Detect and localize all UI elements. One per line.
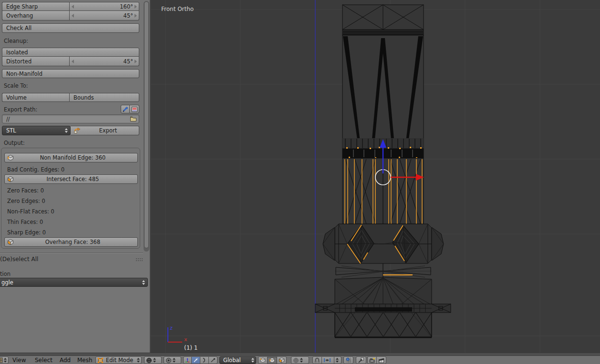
increment-arrow-icon[interactable]	[134, 5, 137, 9]
eyedropper-button[interactable]	[121, 105, 130, 113]
cube-face-icon	[7, 239, 14, 245]
snap-increment-icon	[323, 357, 331, 363]
dropdown-arrows-icon	[173, 358, 176, 363]
pivot-point-dropdown[interactable]	[164, 356, 181, 364]
editor-type-icon	[0, 357, 3, 363]
screenshot-icon	[131, 106, 138, 112]
export-format-dropdown[interactable]: STL	[2, 126, 71, 135]
export-path-field[interactable]: //	[2, 114, 139, 123]
select-intersect-faces-button[interactable]: Intersect Face: 485	[4, 174, 138, 184]
scale-icon	[210, 357, 216, 363]
translate-arrow-icon	[193, 357, 198, 363]
manipulator-scale-button[interactable]	[209, 356, 217, 364]
edit-mode-icon	[97, 357, 103, 364]
check-all-label: Check All	[6, 25, 31, 31]
select-non-manifold-edges-button[interactable]: Non Manifold Edge: 360	[4, 153, 138, 162]
overhang-face-count: Overhang Face: 368	[17, 239, 129, 245]
manipulator-rotate-button[interactable]	[200, 356, 209, 364]
overhang-value: 45°	[74, 12, 134, 19]
manipulate-centers-button[interactable]	[356, 356, 366, 364]
edge-sharp-label: Edge Sharp	[6, 3, 38, 10]
select-overhang-faces-button[interactable]: Overhang Face: 368	[4, 237, 138, 247]
dropdown-arrows-icon	[336, 358, 339, 363]
isolated-label: Isolated	[6, 49, 28, 56]
distorted-button[interactable]: Distorted	[2, 57, 69, 66]
operator-panel-title: (De)select All	[0, 256, 38, 263]
editor-type-dropdown[interactable]	[0, 356, 9, 364]
cube-edge-icon	[269, 357, 275, 364]
non-flat-faces-stat: Non-Flat Faces: 0	[7, 208, 54, 215]
check-all-button[interactable]: Check All	[2, 23, 139, 33]
snap-element-dropdown[interactable]	[322, 356, 334, 364]
operator-action-label: tion	[0, 271, 10, 277]
overhang-angle-field[interactable]: 45°	[69, 11, 139, 20]
dropdown-arrows-icon	[4, 358, 7, 363]
intersect-face-count: Intersect Face: 485	[17, 176, 129, 182]
bounds-label: Bounds	[73, 94, 94, 101]
dropdown-arrows-icon	[251, 358, 254, 363]
thin-faces-stat: Thin Faces: 0	[7, 219, 43, 225]
shelf-scrollbar-thumb[interactable]	[144, 1, 149, 248]
menu-view[interactable]: View	[12, 357, 26, 364]
distorted-label: Distorted	[6, 58, 31, 65]
shelf-scrollbar-track[interactable]	[144, 1, 149, 252]
non-manifold-button[interactable]: Non-Manifold	[2, 69, 139, 78]
globe-icon	[146, 357, 152, 364]
dropdown-arrows-icon	[142, 280, 145, 285]
menu-mesh[interactable]: Mesh	[77, 357, 93, 364]
export-button[interactable]: Export	[71, 126, 139, 135]
3d-viewport[interactable]: z x Front Ortho (1) 1	[151, 0, 600, 353]
viewport-header-bar: View Select Add Mesh Edit Mode	[0, 355, 600, 364]
sphere-grid-icon	[345, 357, 352, 364]
menu-add[interactable]: Add	[60, 357, 71, 364]
snap-arrows-button[interactable]	[334, 356, 341, 364]
menu-select[interactable]: Select	[35, 357, 52, 364]
scale-bounds-button[interactable]: Bounds	[69, 93, 139, 102]
opengl-render-anim-button[interactable]	[377, 356, 386, 364]
edge-sharp-button[interactable]: Edge Sharp	[2, 2, 69, 11]
export-icon	[73, 127, 81, 134]
operator-action-value: ggle	[1, 279, 13, 286]
corner-arrow-icon	[358, 357, 364, 364]
viewport-shading-dropdown[interactable]	[144, 356, 162, 364]
zero-faces-stat: Zero Faces: 0	[7, 187, 44, 194]
transform-orientation-dropdown[interactable]: Global	[219, 356, 256, 364]
manipulator-toggle-button[interactable]	[183, 356, 192, 364]
vertex-select-mode-button[interactable]	[258, 356, 268, 364]
edge-sharp-value: 160°	[74, 3, 134, 10]
non-manifold-edge-count: Non Manifold Edge: 360	[17, 154, 129, 161]
snap-peel-object-button[interactable]	[343, 356, 353, 364]
distorted-angle-field[interactable]: 45°	[69, 57, 139, 66]
edge-select-mode-button[interactable]	[268, 356, 277, 364]
snap-toggle-button[interactable]	[312, 356, 322, 364]
face-select-mode-button[interactable]	[277, 356, 287, 364]
increment-arrow-icon[interactable]	[134, 60, 137, 63]
overhang-button[interactable]: Overhang	[2, 11, 69, 20]
screenshot-button[interactable]	[130, 105, 139, 113]
dropdown-arrows-icon	[65, 128, 68, 133]
panel-drag-dots[interactable]	[135, 258, 143, 262]
dropdown-arrows-icon	[300, 358, 303, 363]
mode-dropdown[interactable]: Edit Mode	[95, 356, 142, 364]
dropdown-arrows-icon	[153, 358, 156, 363]
proportional-edit-dropdown[interactable]	[291, 356, 309, 364]
overhang-label: Overhang	[6, 12, 33, 19]
increment-arrow-icon[interactable]	[134, 14, 137, 18]
output-results-box: Non Manifold Edge: 360 Bad Contig. Edges…	[1, 148, 140, 249]
opengl-render-button[interactable]	[367, 356, 377, 364]
bad-contig-edges-stat: Bad Contig. Edges: 0	[7, 166, 64, 173]
isolated-button[interactable]: Isolated	[2, 48, 139, 57]
cube-vertex-icon	[260, 357, 266, 364]
manipulator-translate-button[interactable]	[192, 356, 200, 364]
orientation-value: Global	[221, 357, 250, 364]
view-name-label: Front Ortho	[161, 6, 194, 12]
export-path-label: Export Path:	[4, 106, 37, 113]
wireframe-model-svg: z x	[151, 0, 600, 353]
cube-face-icon	[7, 176, 14, 182]
edge-sharp-angle-field[interactable]: 160°	[69, 2, 139, 11]
operator-action-dropdown[interactable]: ggle	[0, 278, 148, 287]
magnet-icon	[314, 357, 320, 364]
grease-pencil-layer-label: (1) 1	[184, 344, 197, 351]
folder-icon[interactable]	[130, 116, 137, 122]
scale-volume-button[interactable]: Volume	[2, 93, 69, 102]
